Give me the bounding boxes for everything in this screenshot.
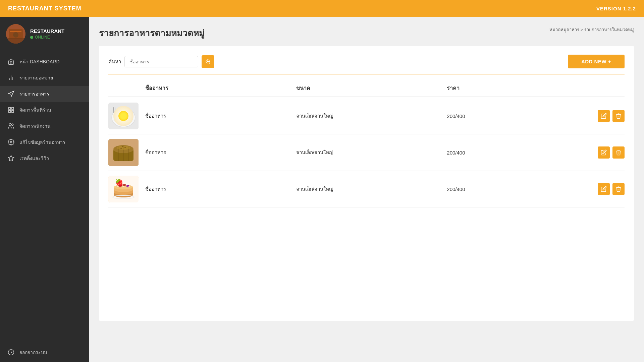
search-section: ค้นหา [108,55,214,68]
sidebar-item-ratings-label: เรตติ้งและรีวิว [19,155,49,162]
egg-food-image [108,103,139,129]
delete-button-3[interactable] [612,183,625,195]
svg-point-22 [117,113,130,123]
sidebar-item-manage-place[interactable]: จัดการพื้นที่ร้าน [0,102,89,118]
svg-rect-8 [9,108,11,110]
sidebar-item-manage-staff[interactable]: จัดการพนักงาน [0,118,89,134]
food-name-3: ชื่ออาหาร [145,185,296,193]
sidebar-item-sales-label: รายงานยอดขาย [19,74,53,81]
table-header: ชื่ออาหาร ขนาด ราคา [108,81,625,97]
status-row: ONLINE [30,35,64,40]
sidebar-profile: RESTAURANT ONLINE [0,17,89,51]
status-text: ONLINE [35,35,50,40]
app-version: VERSION 1.2.2 [596,6,636,11]
col-image-header [108,84,145,92]
svg-point-50 [119,185,121,186]
food-name-1: ชื่ออาหาร [145,112,296,120]
sidebar-item-edit-food-label: แก้ไขข้อมูลร้านอาหาร [19,138,65,146]
main-layout: RESTAURANT ONLINE หน้า DASHBOARD [0,17,644,362]
svg-point-28 [118,120,122,122]
col-actions-header [598,84,625,92]
svg-point-3 [13,32,18,38]
action-buttons-3 [598,183,625,195]
col-price-header: ราคา [447,84,598,92]
app-title: RESTAURANT SYSTEM [8,5,82,12]
svg-point-21 [112,108,135,127]
star-icon [7,155,15,162]
trash-icon [615,149,622,156]
table-row: ชื่ออาหาร จานเล็ก/จานใหญ่ 200/400 [108,134,625,171]
edit-icon [601,149,607,156]
edit-button-3[interactable] [598,183,610,195]
status-dot [30,36,33,39]
breadcrumb: หมวดหมู่อาหาร > รายการอาหารในหมวดหมู่ [549,26,634,33]
svg-rect-4 [6,38,25,44]
pancake-food-image [108,176,139,202]
bread-food-image [108,139,139,166]
edit-button-1[interactable] [598,110,610,122]
table-icon [7,106,15,114]
svg-point-29 [126,119,129,121]
food-price-1: 200/400 [447,113,598,119]
svg-rect-11 [9,111,11,113]
search-input[interactable] [124,56,198,67]
content-card: ค้นหา ADD NEW + ชื่ออาหาร ขนาด ราคา [99,46,634,321]
food-size-1: จานเล็ก/จานใหญ่ [296,112,447,120]
svg-point-24 [121,116,123,118]
sidebar-nav: หน้า DASHBOARD รายงานยอดขาย รายการอาหาร [0,51,89,343]
sidebar-item-dashboard[interactable]: หน้า DASHBOARD [0,54,89,70]
food-size-3: จานเล็ก/จานใหญ่ [296,185,447,193]
food-name-2: ชื่ออาหาร [145,148,296,157]
sidebar: RESTAURANT ONLINE หน้า DASHBOARD [0,17,89,362]
settings-icon [7,138,15,146]
trash-icon [615,113,622,119]
svg-point-49 [118,184,122,187]
sidebar-info: RESTAURANT ONLINE [30,28,64,40]
toolbar: ค้นหา ADD NEW + [108,55,625,74]
col-size-header: ขนาด [296,84,447,92]
restaurant-name: RESTAURANT [30,28,64,34]
action-buttons-1 [598,110,625,122]
svg-point-40 [122,146,123,147]
food-icon [7,90,15,98]
svg-point-39 [124,147,126,148]
edit-button-2[interactable] [598,146,610,159]
col-name-header: ชื่ออาหาร [145,84,296,92]
trash-icon [615,186,622,192]
delete-button-1[interactable] [612,110,625,122]
food-image-3 [108,176,139,202]
avatar-image [6,24,25,44]
table-row: ชื่ออาหาร จานเล็ก/จานใหญ่ 200/400 [108,171,625,207]
svg-rect-2 [10,31,21,32]
svg-point-37 [117,146,130,150]
logout-icon [7,349,15,356]
food-price-2: 200/400 [447,150,598,156]
food-image-2 [108,139,139,166]
action-buttons-2 [598,146,625,159]
add-new-button[interactable]: ADD NEW + [568,55,625,68]
svg-point-12 [9,124,11,126]
dashboard-icon [7,58,15,65]
svg-rect-9 [12,108,14,110]
sidebar-item-staff-label: จัดการพนักงาน [19,122,51,130]
logout-label: ออกจากระบบ [19,349,47,356]
sidebar-item-edit-food[interactable]: แก้ไขข้อมูลร้านอาหาร [0,134,89,150]
sidebar-item-food-label: รายการอาหาร [19,90,49,98]
avatar [6,24,25,44]
sidebar-item-ratings[interactable]: เรตติ้งและรีวิว [0,150,89,166]
search-label: ค้นหา [108,58,121,66]
table-row: ชื่ออาหาร จานเล็ก/จานใหญ่ 200/400 [108,98,625,134]
svg-point-13 [12,124,13,125]
delete-button-2[interactable] [612,146,625,159]
main-content: รายการอาหารตามหมวดหมู่ หมวดหมู่อาหาร > ร… [89,17,644,362]
edit-icon [601,186,607,192]
sidebar-item-sales-report[interactable]: รายงานยอดขาย [0,70,89,86]
search-button[interactable] [202,55,214,68]
page-header: รายการอาหารตามหมวดหมู่ หมวดหมู่อาหาร > ร… [99,26,634,40]
food-image-1 [108,103,139,129]
sidebar-item-place-label: จัดการพื้นที่ร้าน [19,106,51,114]
sidebar-item-food-menu[interactable]: รายการอาหาร [0,86,89,102]
staff-icon [7,122,15,130]
logout-button[interactable]: ออกจากระบบ [0,343,89,362]
svg-point-23 [120,115,126,121]
